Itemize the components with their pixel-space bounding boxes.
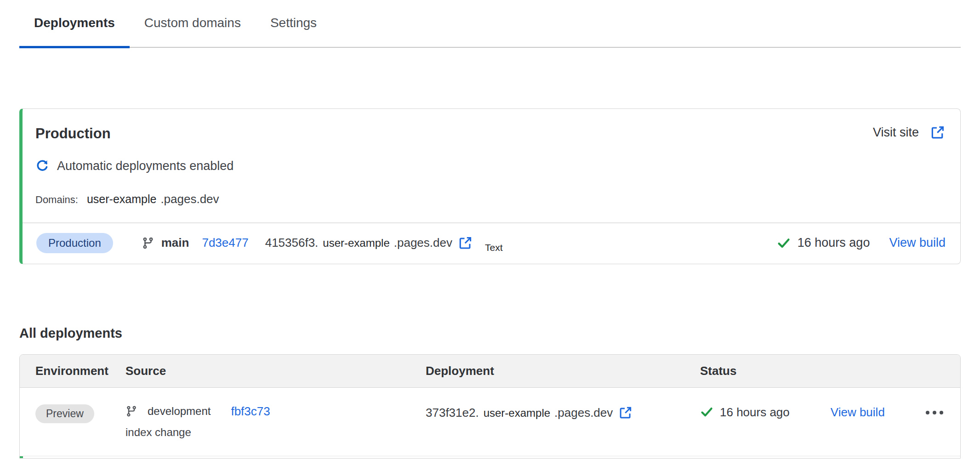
- column-header-deployment: Deployment: [426, 364, 700, 378]
- git-branch-icon: [142, 237, 154, 250]
- external-link-icon: [931, 125, 945, 139]
- source-line: development fbf3c73: [125, 404, 426, 419]
- table-header-row: Environment Source Deployment Status: [20, 355, 960, 388]
- check-icon: [700, 405, 713, 419]
- domains-label: Domains:: [35, 194, 78, 206]
- production-card-header: Production Visit site: [35, 125, 945, 142]
- external-link-icon[interactable]: [619, 406, 632, 419]
- commit-link[interactable]: 7d3e477: [202, 236, 248, 250]
- cell-source: development fbf3c73 index change: [125, 404, 426, 456]
- row-divider: [20, 456, 960, 456]
- deployment-time: 16 hours ago: [798, 236, 870, 250]
- view-build-link[interactable]: View build: [889, 236, 946, 250]
- deployment-url: 373f31e2. user-example .pages.dev: [426, 406, 700, 420]
- commit-message: index change: [125, 426, 426, 439]
- domain-suffix: .pages.dev: [160, 192, 219, 206]
- branch-name: development: [148, 405, 211, 418]
- ellipsis-icon[interactable]: [926, 405, 943, 414]
- column-header-status: Status: [700, 364, 960, 378]
- production-deployment-row: Production main 7d3e477 415356f3. user-e…: [23, 223, 960, 264]
- production-card-body: Production Visit site Automa: [23, 109, 960, 206]
- domains-row: Domains: user-example .pages.dev: [35, 192, 945, 206]
- column-header-source: Source: [125, 364, 426, 378]
- environment-badge-production: Production: [36, 233, 113, 253]
- deployment-url-hash: 373f31e2.: [426, 406, 479, 420]
- deployment-url-hash: 415356f3.: [265, 236, 319, 250]
- deployment-url-project: user-example: [484, 407, 550, 420]
- auto-deploy-status: Automatic deployments enabled: [35, 159, 945, 173]
- view-build-link[interactable]: View build: [831, 405, 885, 420]
- cell-status: 16 hours ago View build: [700, 405, 960, 456]
- deployment-url: 415356f3. user-example .pages.dev: [265, 236, 472, 250]
- domain-project-name: user-example: [87, 193, 156, 206]
- deployment-time: 16 hours ago: [720, 405, 790, 420]
- column-header-environment: Environment: [35, 364, 125, 378]
- table-row: Preview development fbf3c73 index change…: [20, 388, 960, 456]
- all-deployments-table: Environment Source Deployment Status Pre…: [19, 354, 961, 459]
- commit-link[interactable]: fbf3c73: [231, 404, 270, 419]
- deployment-url-suffix: .pages.dev: [554, 406, 613, 420]
- deployment-status: 16 hours ago View build: [777, 236, 946, 250]
- environment-badge-preview: Preview: [35, 404, 94, 423]
- next-row-production-indicator: [20, 456, 23, 459]
- deployment-url-suffix: .pages.dev: [394, 236, 452, 250]
- git-branch-icon: [125, 405, 137, 417]
- all-deployments-heading: All deployments: [19, 326, 961, 341]
- production-card: Production Visit site Automa: [19, 108, 961, 264]
- refresh-icon: [35, 159, 49, 173]
- branch-name: main: [161, 236, 189, 250]
- check-icon: [777, 236, 791, 250]
- tab-settings[interactable]: Settings: [256, 14, 331, 47]
- tab-deployments[interactable]: Deployments: [19, 14, 130, 48]
- external-link-icon[interactable]: [459, 236, 472, 250]
- production-title: Production: [35, 125, 111, 142]
- auto-deploy-label: Automatic deployments enabled: [57, 159, 234, 173]
- cell-environment: Preview: [35, 404, 125, 456]
- tab-custom-domains[interactable]: Custom domains: [130, 14, 256, 47]
- visit-site-label: Visit site: [873, 125, 919, 140]
- annotation-text: Text: [485, 242, 503, 253]
- visit-site-link[interactable]: Visit site: [873, 125, 945, 140]
- deployment-url-project: user-example: [323, 237, 389, 250]
- cell-deployment: 373f31e2. user-example .pages.dev: [426, 406, 700, 456]
- tab-bar: Deployments Custom domains Settings: [19, 14, 961, 48]
